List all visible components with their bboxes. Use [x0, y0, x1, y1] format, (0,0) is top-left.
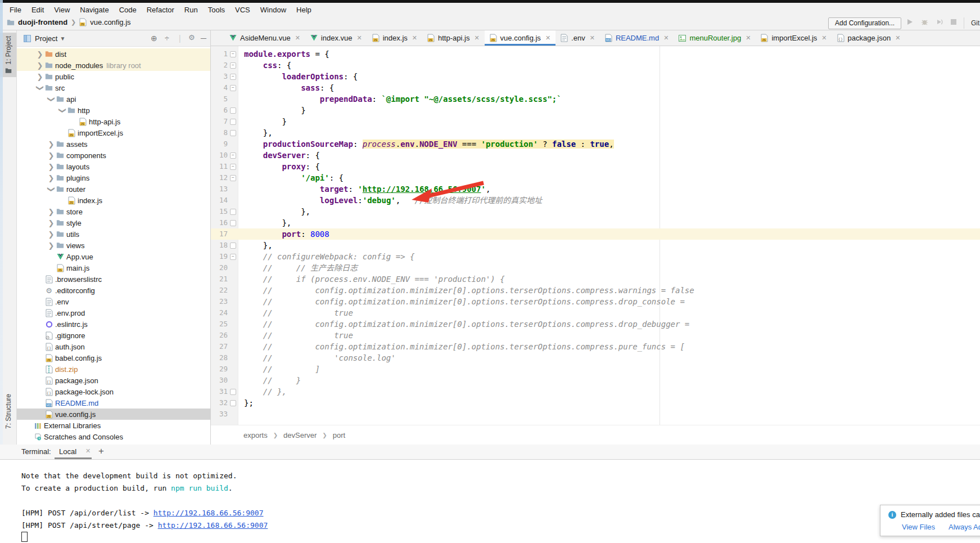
- code-line-29[interactable]: 29 // ]: [211, 364, 980, 375]
- menu-file[interactable]: File: [4, 4, 26, 16]
- code-line-28[interactable]: 28 // 'console.log': [211, 352, 980, 364]
- tree-item-http[interactable]: ❯http: [17, 105, 210, 116]
- tree-item--gitignore[interactable]: .gitignore: [17, 330, 210, 341]
- tree-item-http-api-js[interactable]: JShttp-api.js: [17, 116, 210, 127]
- tree-item-babel-config-js[interactable]: JSbabel.config.js: [17, 352, 210, 364]
- breadcrumb-project[interactable]: duoji-frontend: [18, 18, 67, 26]
- hide-panel-icon[interactable]: ─: [201, 34, 206, 43]
- editor-tab-index-vue[interactable]: index.vue✕: [305, 30, 367, 46]
- menu-vcs[interactable]: VCS: [230, 4, 255, 16]
- editor-tab-menurouter-jpg[interactable]: menuRouter.jpg✕: [674, 30, 756, 46]
- code-line-30[interactable]: 30 // }: [211, 375, 980, 386]
- debug-icon[interactable]: [921, 19, 928, 25]
- tree-item-dist-zip[interactable]: dist.zip: [17, 364, 210, 375]
- new-terminal-icon[interactable]: +: [98, 446, 104, 457]
- run-icon[interactable]: [906, 19, 913, 25]
- notification-action-view-files[interactable]: View Files: [902, 523, 935, 531]
- fold-marker-icon[interactable]: −: [228, 60, 238, 71]
- tree-item--editorconfig[interactable]: ⚙.editorconfig: [17, 285, 210, 296]
- tree-item-plugins[interactable]: ❯plugins: [17, 172, 210, 183]
- tree-item-auth-json[interactable]: {}auth.json: [17, 341, 210, 352]
- chevron-expanded-icon[interactable]: ❯: [36, 84, 44, 92]
- fold-marker-icon[interactable]: [228, 217, 238, 228]
- code-line-16[interactable]: 16 },: [211, 217, 980, 228]
- close-icon[interactable]: ✕: [746, 34, 751, 42]
- code-line-15[interactable]: 15 },: [211, 206, 980, 217]
- code-line-12[interactable]: 12− '/api': {: [211, 172, 980, 183]
- code-line-6[interactable]: 6 }: [211, 105, 980, 116]
- chevron-collapsed-icon[interactable]: ❯: [47, 230, 55, 239]
- tree-item-views[interactable]: ❯views: [17, 240, 210, 251]
- code-line-31[interactable]: 31 // },: [211, 386, 980, 397]
- code-area[interactable]: 1−module.exports = {2− css: {3− loaderOp…: [211, 46, 980, 425]
- tree-item-readme-md[interactable]: MDREADME.md: [17, 397, 210, 409]
- code-lines[interactable]: 1−module.exports = {2− css: {3− loaderOp…: [211, 48, 980, 420]
- close-icon[interactable]: ✕: [295, 34, 300, 42]
- tree-item-public[interactable]: ❯public: [17, 71, 210, 82]
- chevron-expanded-icon[interactable]: ❯: [47, 185, 55, 194]
- code-line-11[interactable]: 11− proxy: {: [211, 161, 980, 172]
- menu-edit[interactable]: Edit: [26, 4, 49, 16]
- close-icon[interactable]: ✕: [590, 34, 595, 42]
- chevron-down-icon[interactable]: ▼: [60, 35, 65, 42]
- editor-tab-http-api-js[interactable]: JShttp-api.js✕: [422, 30, 485, 46]
- breadcrumb-exports[interactable]: exports: [243, 431, 268, 439]
- tree-item-package-json[interactable]: {}package.json: [17, 375, 210, 386]
- collapse-all-icon[interactable]: ÷: [165, 34, 169, 43]
- tree-item-index-js[interactable]: JSindex.js: [17, 195, 210, 206]
- chevron-collapsed-icon[interactable]: ❯: [47, 208, 55, 216]
- tree-item-src[interactable]: ❯src: [17, 82, 210, 93]
- code-line-20[interactable]: 20 // // 生产去除日志: [211, 262, 980, 273]
- gear-icon[interactable]: ⚙: [188, 34, 195, 41]
- tree-item-scratches-and-consoles[interactable]: Scratches and Consoles: [17, 431, 210, 442]
- fold-marker-icon[interactable]: −: [228, 48, 238, 60]
- breadcrumb-file[interactable]: vue.config.js: [90, 18, 130, 26]
- fold-marker-icon[interactable]: [228, 105, 238, 116]
- menu-view[interactable]: View: [49, 4, 75, 16]
- fold-marker-icon[interactable]: [228, 397, 238, 409]
- tree-item-node-modules[interactable]: ❯node_moduleslibrary root: [17, 60, 210, 71]
- code-line-25[interactable]: 25 // config.optimization.minimizer[0].o…: [211, 318, 980, 330]
- tree-item--env-prod[interactable]: .env.prod: [17, 307, 210, 318]
- close-icon[interactable]: ✕: [474, 34, 479, 42]
- tree-item--env[interactable]: .env: [17, 296, 210, 307]
- chevron-collapsed-icon[interactable]: ❯: [36, 50, 44, 59]
- code-line-18[interactable]: 18 },: [211, 240, 980, 251]
- tree-item-app-vue[interactable]: App.vue: [17, 251, 210, 262]
- editor-tab--env[interactable]: .env✕: [556, 30, 600, 46]
- code-line-23[interactable]: 23 // config.optimization.minimizer[0].o…: [211, 296, 980, 307]
- code-line-3[interactable]: 3− loaderOptions: {: [211, 71, 980, 82]
- tree-item-style[interactable]: ❯style: [17, 217, 210, 228]
- code-line-26[interactable]: 26 // true: [211, 330, 980, 341]
- menu-help[interactable]: Help: [291, 4, 317, 16]
- fold-marker-icon[interactable]: [228, 240, 238, 251]
- chevron-collapsed-icon[interactable]: ❯: [47, 163, 55, 171]
- code-line-22[interactable]: 22 // config.optimization.minimizer[0].o…: [211, 285, 980, 296]
- tree-item-package-lock-json[interactable]: {}package-lock.json: [17, 386, 210, 397]
- breadcrumb-devServer[interactable]: devServer: [283, 431, 317, 439]
- editor-tab-asidemenu-vue[interactable]: AsideMenu.vue✕: [224, 30, 305, 46]
- tree-item-utils[interactable]: ❯utils: [17, 228, 210, 240]
- code-line-27[interactable]: 27 // config.optimization.minimizer[0].o…: [211, 341, 980, 352]
- notification-action-always-add[interactable]: Always Add: [949, 523, 980, 531]
- close-icon[interactable]: ✕: [85, 447, 91, 455]
- fold-marker-icon[interactable]: −: [228, 82, 238, 93]
- tree-item-assets[interactable]: ❯assets: [17, 138, 210, 150]
- fold-marker-icon[interactable]: [228, 206, 238, 217]
- code-line-5[interactable]: 5 prependData: `@import "~@/assets/scss/…: [211, 93, 980, 105]
- chevron-collapsed-icon[interactable]: ❯: [47, 219, 55, 227]
- code-line-8[interactable]: 8 },: [211, 127, 980, 138]
- menu-refactor[interactable]: Refactor: [142, 4, 179, 16]
- close-icon[interactable]: ✕: [895, 34, 900, 42]
- menu-window[interactable]: Window: [255, 4, 291, 16]
- code-line-24[interactable]: 24 // true: [211, 307, 980, 318]
- code-line-33[interactable]: 33: [211, 409, 980, 420]
- code-line-1[interactable]: 1−module.exports = {: [211, 48, 980, 60]
- tree-item-external-libraries[interactable]: External Libraries: [17, 420, 210, 431]
- menu-navigate[interactable]: Navigate: [75, 4, 114, 16]
- fold-marker-icon[interactable]: −: [228, 161, 238, 172]
- tree-item-vue-config-js[interactable]: JSvue.config.js: [17, 409, 210, 420]
- code-line-32[interactable]: 32};: [211, 397, 980, 409]
- menu-tools[interactable]: Tools: [203, 4, 230, 16]
- panel-title[interactable]: Project: [35, 34, 57, 43]
